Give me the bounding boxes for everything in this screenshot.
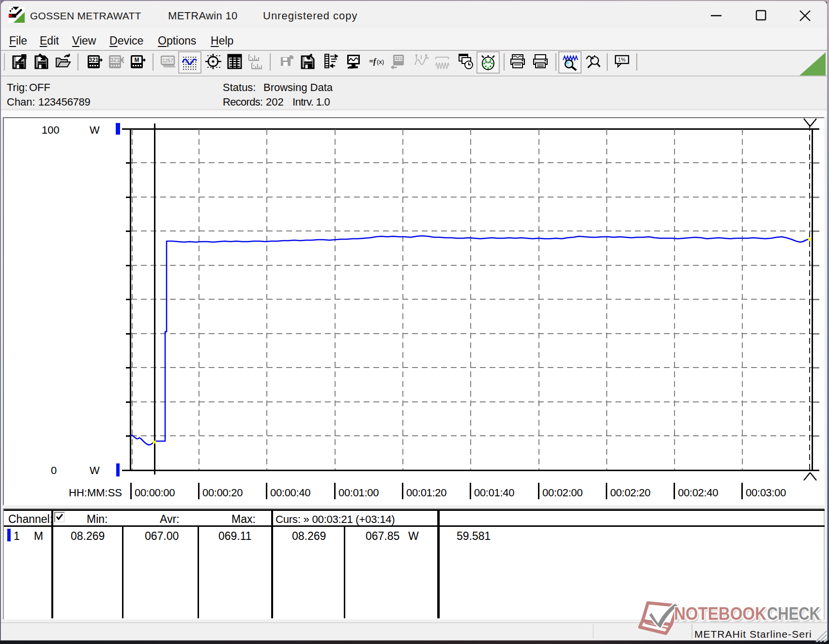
svg-text:1257: 1257 xyxy=(162,58,173,63)
svg-text:=f: =f xyxy=(369,57,377,66)
svg-text:321: 321 xyxy=(110,57,120,63)
svg-text:321: 321 xyxy=(395,56,402,61)
svg-text:M: M xyxy=(135,57,139,63)
svg-text:(x): (x) xyxy=(377,58,384,65)
svg-text:321: 321 xyxy=(89,57,98,63)
svg-text:1%: 1% xyxy=(618,57,626,62)
